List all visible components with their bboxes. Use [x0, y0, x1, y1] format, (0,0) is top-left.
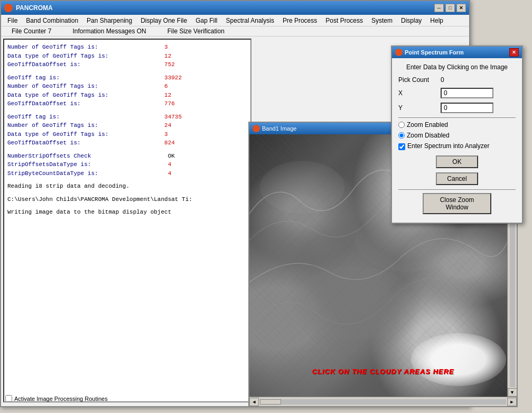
spectrum-title-bar: Point Spectrum Form ✕: [392, 47, 522, 58]
log-line: Reading i8 strip data and decoding.: [7, 182, 247, 191]
log-line: Writing image data to the bitmap display…: [7, 208, 247, 217]
x-row: X: [398, 88, 516, 98]
log-line: Data type of GeoTiff Tags is: 12: [7, 91, 247, 100]
log-line: Number of GeoTiff Tags is: 3: [7, 43, 247, 52]
app-icon: [4, 4, 13, 12]
log-panel[interactable]: Number of GeoTiff Tags is: 3 Data type o…: [3, 39, 251, 402]
pick-count-row: Pick Count 0: [398, 76, 516, 84]
activate-checkbox[interactable]: [5, 395, 12, 402]
menu-system[interactable]: System: [367, 16, 397, 25]
activate-label: Activate Image Processing Routines: [14, 396, 108, 402]
menu-pan-sharpening[interactable]: Pan Sharpening: [82, 16, 136, 25]
log-line: GeoTiff tag is: 33922: [7, 74, 247, 82]
image-window-icon: [253, 125, 260, 132]
scroll-track-horizontal[interactable]: [260, 399, 506, 405]
log-line: Data type of GeoTiff Tags is: 3: [7, 130, 247, 139]
enter-spectrum-checkbox[interactable]: [398, 143, 405, 150]
log-line: GeoTiff tag is: 34735: [7, 113, 247, 122]
scroll-thumb-horizontal[interactable]: [260, 399, 281, 405]
log-line: GeoTiffDataOffset is: 824: [7, 139, 247, 148]
spectrum-form: Point Spectrum Form ✕ Enter Data by Clic…: [391, 45, 523, 224]
menu-band-combination[interactable]: Band Combination: [22, 16, 82, 25]
scroll-down-button[interactable]: ▼: [508, 388, 517, 397]
cloud-instruction-text: CLICK ON THE CLOUDY AREAS HERE: [312, 368, 454, 375]
log-line: GeoTiffDataOffset is: 776: [7, 99, 247, 108]
y-label: Y: [398, 104, 441, 112]
log-line: C:\Users\John Childs\PANCROMA Developmen…: [7, 195, 247, 204]
bottom-bar: Activate Image Processing Routines: [5, 395, 108, 402]
menu-post-process[interactable]: Post Process: [321, 16, 367, 25]
image-window-title: Band1 Image: [262, 125, 296, 132]
y-row: Y: [398, 103, 516, 113]
minimize-button[interactable]: ─: [434, 4, 444, 12]
activate-checkbox-label[interactable]: Activate Image Processing Routines: [5, 395, 108, 402]
menu-file[interactable]: File: [3, 16, 22, 25]
scroll-right-button[interactable]: ►: [507, 398, 517, 406]
instruction-text: Enter Data by Clicking on the Image: [398, 63, 516, 71]
pick-count-label: Pick Count: [398, 76, 441, 84]
main-window-title: PANCROMA: [16, 4, 434, 12]
zoom-disabled-label: Zoom Disabled: [407, 132, 450, 139]
menu-spectral-analysis[interactable]: Spectral Analysis: [222, 16, 278, 25]
info-bar: File Counter 7 Information Messages ON F…: [1, 26, 469, 36]
spectrum-body: Enter Data by Clicking on the Image Pick…: [392, 58, 522, 223]
log-line: Data type of GeoTiff Tags is: 12: [7, 52, 247, 61]
x-label: X: [398, 89, 441, 97]
close-button[interactable]: ✕: [456, 4, 466, 12]
menu-pre-process[interactable]: Pre Process: [278, 16, 321, 25]
menu-bar: File Band Combination Pan Sharpening Dis…: [1, 15, 469, 26]
log-line: Number of GeoTiff Tags is: 6: [7, 82, 247, 91]
zoom-enabled-radio[interactable]: [398, 122, 405, 128]
zoom-enabled-row: Zoom Enabled: [398, 121, 516, 129]
menu-display-one-file[interactable]: Display One File: [136, 16, 191, 25]
title-bar-controls: ─ □ ✕: [434, 4, 466, 12]
divider-2: [398, 189, 516, 190]
pick-count-value: 0: [441, 76, 444, 84]
zoom-disabled-radio[interactable]: [398, 132, 405, 139]
x-input[interactable]: [441, 88, 493, 98]
log-line: Number of GeoTiff Tags is: 24: [7, 121, 247, 130]
horizontal-scrollbar: ◄ ►: [249, 397, 517, 406]
spectrum-icon: [395, 49, 403, 56]
zoom-enabled-label: Zoom Enabled: [407, 121, 448, 129]
zoom-disabled-row: Zoom Disabled: [398, 132, 516, 139]
menu-help[interactable]: Help: [426, 16, 447, 25]
scroll-left-button[interactable]: ◄: [249, 398, 259, 406]
file-counter: File Counter 7: [12, 27, 51, 35]
close-zoom-window-button[interactable]: Close Zoom Window: [423, 193, 491, 214]
log-line: StripByteCountDataType is: 4: [7, 169, 247, 178]
menu-display[interactable]: Display: [397, 16, 426, 25]
spectrum-form-title: Point Spectrum Form: [405, 49, 464, 56]
svg-point-0: [260, 161, 344, 214]
maximize-button[interactable]: □: [445, 4, 455, 12]
log-line: NumberStripOffsets Check OK: [7, 152, 247, 161]
divider-1: [398, 117, 516, 118]
file-size-verification: File Size Verification: [167, 27, 225, 35]
cancel-button[interactable]: Cancel: [436, 172, 478, 185]
cloud-area: [411, 333, 506, 386]
information-messages: Information Messages ON: [72, 27, 146, 35]
log-line: GeoTiffDataOffset is: 752: [7, 60, 247, 69]
log-line: StripOffsetsDataType is: 4: [7, 160, 247, 169]
ok-button[interactable]: OK: [436, 155, 478, 168]
main-title-bar: PANCROMA ─ □ ✕: [1, 1, 469, 15]
svg-point-2: [292, 267, 418, 341]
menu-gap-fill[interactable]: Gap Fill: [191, 16, 221, 25]
enter-spectrum-label: Enter Spectrum into Analyzer: [407, 142, 489, 150]
spectrum-close-button[interactable]: ✕: [509, 48, 519, 57]
y-input[interactable]: [441, 103, 493, 113]
enter-spectrum-row: Enter Spectrum into Analyzer: [398, 142, 516, 150]
